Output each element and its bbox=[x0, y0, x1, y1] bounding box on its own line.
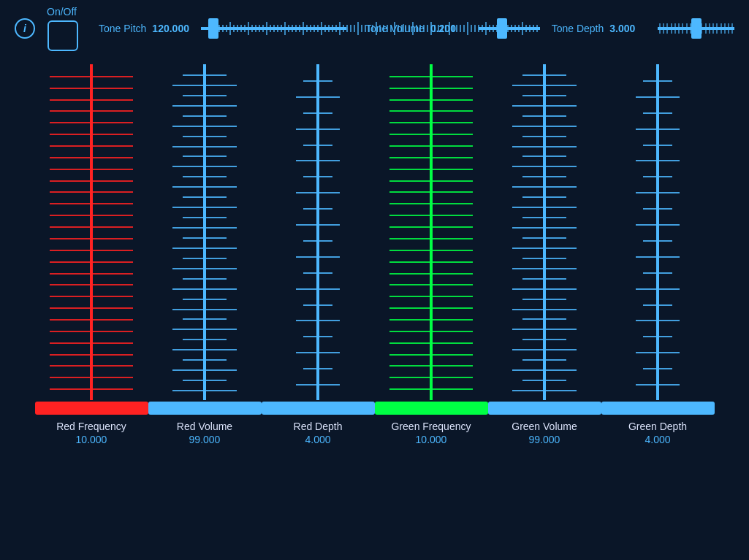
sliders-area: Red Frequency10.000Red Volume99.000Red D… bbox=[0, 57, 749, 453]
vslider-handle-red-depth[interactable] bbox=[262, 402, 375, 415]
col-value-red-frequency: 10.000 bbox=[76, 434, 107, 445]
vslider-handle-red-frequency[interactable] bbox=[35, 402, 148, 415]
col-label-red-depth: Red Depth bbox=[294, 421, 343, 432]
tone-pitch-slider[interactable] bbox=[201, 17, 346, 40]
tone-pitch-label: Tone Pitch bbox=[99, 23, 146, 34]
column-green-frequency: Green Frequency10.000 bbox=[375, 64, 488, 445]
header: i On/Off Tone Pitch 120.000 Tone Volume … bbox=[0, 0, 749, 57]
onoff-label: On/Off bbox=[47, 6, 77, 18]
vslider-track-green-volume[interactable] bbox=[488, 64, 601, 400]
tone-depth-slider[interactable] bbox=[658, 17, 734, 40]
col-value-green-depth: 4.000 bbox=[645, 434, 670, 445]
tone-depth-value: 3.000 bbox=[609, 23, 646, 34]
column-green-volume: Green Volume99.000 bbox=[488, 64, 601, 445]
vslider-track-green-depth[interactable] bbox=[601, 64, 715, 400]
info-icon[interactable]: i bbox=[15, 18, 35, 39]
col-value-green-frequency: 10.000 bbox=[416, 434, 447, 445]
col-value-green-volume: 99.000 bbox=[529, 434, 560, 445]
vslider-handle-green-depth[interactable] bbox=[601, 402, 715, 415]
column-green-depth: Green Depth4.000 bbox=[601, 64, 715, 445]
col-label-red-volume: Red Volume bbox=[177, 421, 232, 432]
vslider-handle-green-frequency[interactable] bbox=[375, 402, 488, 415]
tone-volume-slider[interactable] bbox=[479, 17, 540, 40]
col-value-red-depth: 4.000 bbox=[305, 434, 330, 445]
vslider-track-red-frequency[interactable] bbox=[35, 64, 148, 400]
col-value-red-volume: 99.000 bbox=[189, 434, 221, 445]
vslider-track-red-volume[interactable] bbox=[148, 64, 262, 400]
column-red-depth: Red Depth4.000 bbox=[262, 64, 375, 445]
onoff-button[interactable] bbox=[47, 20, 78, 51]
vslider-handle-green-volume[interactable] bbox=[488, 402, 601, 415]
onoff-group: On/Off bbox=[47, 6, 80, 51]
tone-depth-control: Tone Depth 3.000 bbox=[552, 23, 647, 34]
tone-depth-label: Tone Depth bbox=[552, 23, 604, 34]
vslider-track-red-depth[interactable] bbox=[262, 64, 375, 400]
col-label-green-frequency: Green Frequency bbox=[392, 421, 471, 432]
col-label-red-frequency: Red Frequency bbox=[56, 421, 126, 432]
column-red-volume: Red Volume99.000 bbox=[148, 64, 262, 445]
tone-pitch-value: 120.000 bbox=[152, 23, 189, 34]
column-red-frequency: Red Frequency10.000 bbox=[35, 64, 148, 445]
vslider-handle-red-volume[interactable] bbox=[148, 402, 262, 415]
vslider-track-green-frequency[interactable] bbox=[375, 64, 488, 400]
tone-pitch-control: Tone Pitch 120.000 bbox=[99, 23, 189, 34]
col-label-green-volume: Green Volume bbox=[512, 421, 577, 432]
col-label-green-depth: Green Depth bbox=[628, 421, 687, 432]
